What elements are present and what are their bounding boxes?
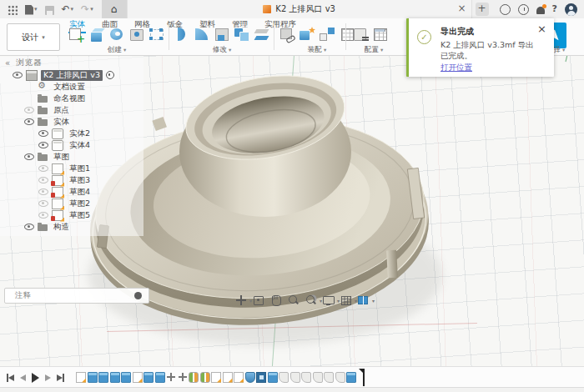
timeline-feature-icon[interactable] (290, 372, 300, 383)
timeline-feature-icon[interactable] (346, 372, 356, 383)
timeline-feature-icon[interactable] (256, 372, 266, 383)
timeline-feature-icon[interactable] (178, 372, 188, 383)
file-menu[interactable]: ▾ (18, 4, 38, 15)
visibility-eye-icon[interactable] (24, 107, 34, 113)
revolve-icon[interactable] (108, 27, 125, 43)
go-to-end-button[interactable] (57, 374, 64, 382)
go-to-start-button[interactable] (7, 374, 14, 382)
extrude-icon[interactable] (88, 27, 105, 43)
save-icon[interactable] (45, 6, 54, 15)
configuration-icon[interactable] (352, 27, 369, 43)
align-icon[interactable] (319, 27, 335, 43)
step-back-button[interactable] (20, 374, 26, 381)
configure-group-label[interactable]: 配置 (350, 45, 397, 55)
joint-icon[interactable] (299, 27, 315, 43)
tree-item-label[interactable]: K2 上排风口 v3 (41, 70, 103, 81)
press-pull-icon[interactable] (174, 27, 190, 43)
timeline-feature-icon[interactable] (268, 372, 278, 383)
rim-tab-right[interactable] (386, 250, 398, 279)
timeline-feature-icon[interactable] (301, 372, 311, 383)
timeline-feature-icon[interactable] (133, 372, 143, 383)
timeline-feature-icon[interactable] (143, 372, 154, 383)
tree-item-label[interactable]: 构造 (51, 222, 72, 233)
timeline-position-marker[interactable] (359, 369, 365, 387)
timeline-feature-icon[interactable] (313, 372, 323, 383)
pan-hand-icon[interactable] (269, 294, 283, 307)
browser-row[interactable]: 命名视图 (0, 93, 143, 104)
browser-row[interactable]: 草图5 (0, 209, 143, 221)
browser-row[interactable]: 草图2 (0, 198, 143, 209)
timeline-feature-icon[interactable] (76, 372, 86, 383)
redo-button[interactable]: ↷▾ (73, 3, 93, 15)
tree-item-label[interactable]: 草图 (51, 152, 72, 163)
comment-marker-icon[interactable] (134, 292, 142, 299)
tree-item-label[interactable]: 文档设置 (51, 82, 88, 93)
display-settings-icon[interactable]: ▾ (322, 294, 335, 307)
create-sketch-icon[interactable] (68, 27, 85, 43)
timeline-feature-icon[interactable] (223, 372, 233, 383)
browser-row[interactable]: 实体4 (0, 139, 143, 151)
shell-icon[interactable] (214, 27, 230, 43)
tree-item-label[interactable]: 原点 (51, 105, 72, 116)
rim-tab-top-left[interactable] (152, 117, 167, 131)
visibility-eye-icon[interactable] (24, 153, 34, 160)
document-tab[interactable]: K2 上排风口 v3 × (127, 0, 472, 18)
browser-row[interactable]: 实体 (0, 116, 143, 128)
recent-icon[interactable] (518, 4, 529, 15)
look-at-icon[interactable] (252, 294, 265, 307)
browser-panel-header[interactable]: « 浏览器 (0, 57, 143, 69)
step-forward-button[interactable] (45, 374, 51, 381)
timeline-feature-icon[interactable] (189, 372, 199, 383)
visibility-eye-icon[interactable] (38, 130, 48, 137)
browser-row[interactable]: 草图3 (0, 174, 143, 186)
workspace-selector[interactable]: 设计 (7, 23, 60, 51)
close-tab-icon[interactable]: × (458, 2, 466, 15)
browser-row[interactable]: 实体2 (0, 128, 143, 139)
timeline-feature-icon[interactable] (279, 372, 289, 383)
hole-icon[interactable] (128, 27, 145, 43)
help-icon[interactable]: ? (552, 3, 557, 15)
tree-item-label[interactable]: 实体 (51, 117, 72, 128)
tree-item-label[interactable]: 草图5 (67, 210, 93, 221)
browser-row[interactable]: 文档设置 (0, 81, 143, 93)
play-button[interactable] (32, 373, 39, 383)
notifications-bell-icon[interactable] (536, 7, 545, 14)
app-grid-menu-icon[interactable] (8, 5, 18, 15)
fillet-icon[interactable] (194, 27, 210, 43)
browser-row[interactable]: 原点 (0, 104, 143, 116)
orbit-icon[interactable]: ▾ (234, 294, 248, 307)
browser-row[interactable]: 构造 (0, 221, 143, 233)
timeline-feature-icon[interactable] (155, 372, 165, 383)
new-component-icon[interactable] (279, 27, 295, 43)
comment-bar[interactable]: 注释 (4, 288, 149, 304)
visibility-eye-icon[interactable] (38, 188, 48, 195)
configuration-table-icon[interactable] (372, 27, 389, 43)
tree-item-label[interactable]: 草图4 (67, 187, 93, 198)
tree-item-label[interactable]: 命名视图 (51, 93, 88, 104)
tree-item-label[interactable]: 草图3 (67, 175, 93, 186)
new-tab-button[interactable]: + (476, 3, 489, 16)
job-status-icon[interactable] (500, 4, 511, 15)
home-tab[interactable]: ⌂ (102, 0, 127, 18)
timeline-feature-icon[interactable] (324, 372, 334, 383)
split-body-icon[interactable] (254, 27, 270, 43)
timeline-feature-icon[interactable] (211, 372, 221, 383)
visibility-eye-icon[interactable] (24, 118, 34, 125)
visibility-eye-icon[interactable] (38, 212, 48, 219)
browser-row[interactable]: 草图 (0, 151, 143, 163)
create-group-label[interactable]: 创建 (68, 45, 165, 55)
viewports-icon[interactable]: ▾ (357, 294, 370, 307)
tree-item-label[interactable]: 实体4 (67, 140, 93, 151)
timeline-feature-icon[interactable] (88, 372, 98, 383)
activate-component-radio[interactable] (106, 71, 114, 79)
visibility-eye-icon[interactable] (38, 177, 48, 183)
browser-row[interactable]: 草图1 (0, 163, 143, 174)
modify-group-label[interactable]: 修改 (174, 45, 270, 55)
timeline-feature-icon[interactable] (245, 372, 255, 383)
grid-snap-icon[interactable]: ▾ (340, 294, 353, 307)
collapse-panel-icon[interactable]: « (5, 58, 11, 68)
fit-zoom-icon[interactable]: ▾ (305, 294, 318, 307)
browser-row[interactable]: 草图4 (0, 186, 143, 198)
notification-close-icon[interactable]: × (537, 23, 546, 35)
timeline-feature-icon[interactable] (98, 372, 108, 383)
